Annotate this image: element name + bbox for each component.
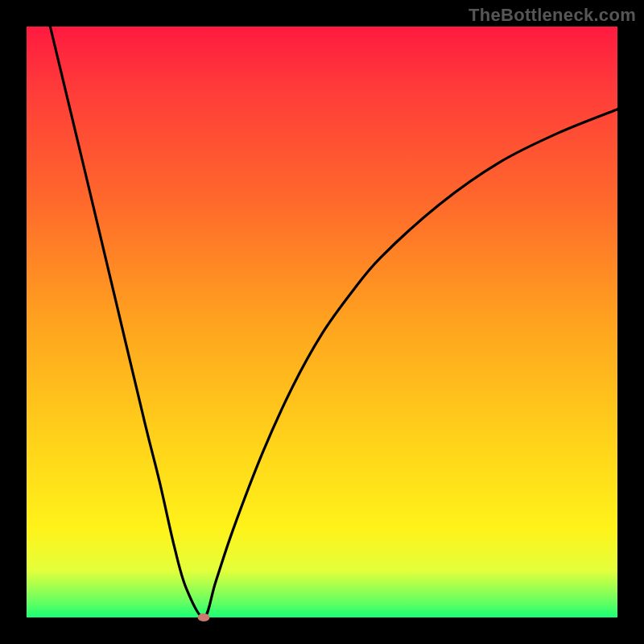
curve-svg xyxy=(27,27,617,617)
bottleneck-curve-path xyxy=(50,27,617,617)
watermark-text: TheBottleneck.com xyxy=(469,5,636,26)
optimal-point-marker xyxy=(198,613,210,621)
plot-area xyxy=(27,27,617,617)
chart-frame: TheBottleneck.com xyxy=(0,0,644,644)
